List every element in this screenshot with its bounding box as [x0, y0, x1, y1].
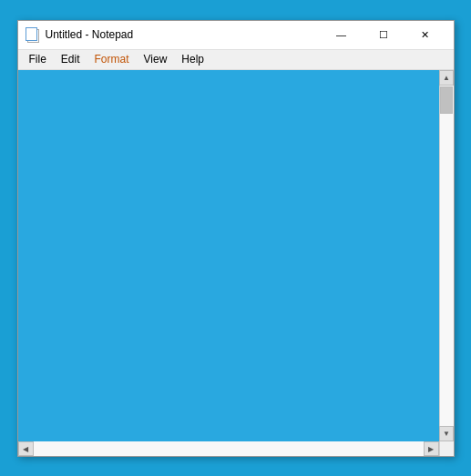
content-area: ▲ ▼ [18, 70, 454, 441]
minimize-button[interactable]: — [321, 20, 363, 49]
scroll-up-button[interactable]: ▲ [439, 70, 454, 86]
maximize-button[interactable]: ☐ [363, 20, 404, 49]
menu-help[interactable]: Help [174, 51, 211, 67]
scroll-down-button[interactable]: ▼ [439, 426, 454, 441]
window-controls: — ☐ ✕ [321, 20, 446, 49]
title-bar: Untitled - Notepad — ☐ ✕ [18, 21, 454, 50]
menu-format[interactable]: Format [87, 51, 137, 67]
scroll-track-horizontal[interactable] [34, 441, 424, 456]
scroll-thumb-vertical[interactable] [440, 86, 453, 114]
bottom-bar: ◀ ▶ [18, 441, 454, 456]
menu-edit[interactable]: Edit [54, 51, 87, 67]
vertical-scrollbar: ▲ ▼ [439, 70, 454, 441]
window-title: Untitled - Notepad [46, 28, 321, 41]
app-icon [26, 27, 40, 42]
close-button[interactable]: ✕ [404, 20, 446, 49]
horizontal-scrollbar: ◀ ▶ [18, 441, 439, 456]
scroll-corner [439, 441, 454, 456]
menu-bar: File Edit Format View Help [18, 50, 454, 70]
menu-file[interactable]: File [22, 51, 54, 67]
scroll-left-button[interactable]: ◀ [18, 441, 34, 456]
scroll-track-vertical[interactable] [440, 86, 454, 426]
notepad-window: Untitled - Notepad — ☐ ✕ File Edit Forma… [17, 20, 455, 457]
text-editor[interactable] [18, 70, 439, 441]
menu-view[interactable]: View [137, 51, 175, 67]
scroll-right-button[interactable]: ▶ [424, 441, 439, 456]
